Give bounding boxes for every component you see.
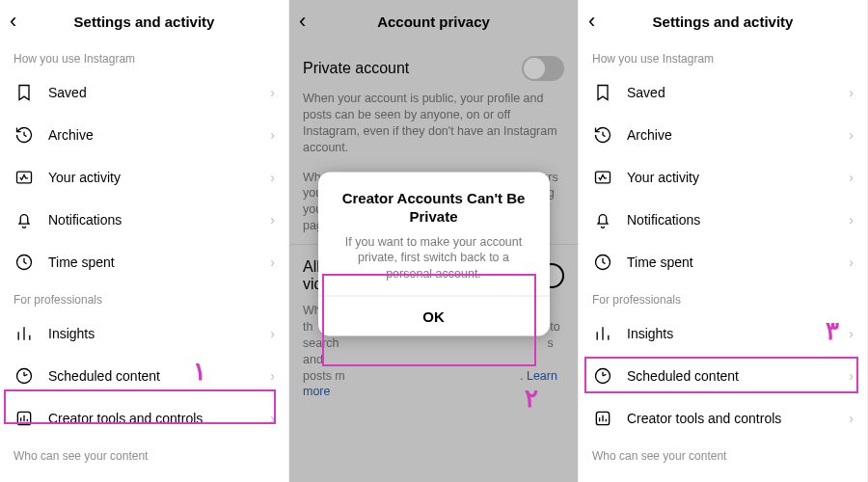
back-icon[interactable]: ‹: [588, 9, 595, 34]
row-label: Scheduled content: [627, 368, 849, 384]
page-title: Settings and activity: [653, 13, 794, 30]
phone-middle: ‹ Account privacy Private account When y…: [289, 0, 579, 482]
row-archive[interactable]: Archive ›: [0, 114, 288, 156]
header: ‹ Settings and activity: [0, 0, 288, 42]
activity-icon: [592, 167, 613, 188]
chevron-right-icon: ›: [849, 254, 854, 270]
bell-icon: [592, 209, 613, 230]
row-creator-tools[interactable]: Creator tools and controls ›: [0, 397, 288, 440]
bookmark-icon: [592, 82, 613, 103]
svg-rect-8: [596, 172, 610, 183]
chevron-right-icon: ›: [270, 326, 275, 341]
row-insights[interactable]: Insights ›: [0, 312, 288, 355]
page-title: Settings and activity: [74, 13, 215, 30]
chevron-right-icon: ›: [270, 127, 275, 143]
back-icon[interactable]: ‹: [10, 9, 16, 34]
section-label: Who can see your content: [0, 440, 288, 469]
row-label: Insights: [627, 326, 849, 341]
section-label: How you use Instagram: [579, 42, 867, 71]
row-label: Scheduled content: [48, 368, 270, 384]
chevron-right-icon: ›: [270, 170, 275, 185]
row-label: Saved: [627, 85, 849, 100]
chevron-right-icon: ›: [849, 326, 854, 341]
row-timespent[interactable]: Time spent ›: [579, 241, 867, 283]
chevron-right-icon: ›: [849, 411, 854, 426]
row-saved[interactable]: Saved ›: [579, 71, 867, 114]
chevron-right-icon: ›: [270, 85, 275, 100]
creator-icon: [14, 408, 35, 429]
creator-icon: [592, 408, 613, 429]
section-label: For professionals: [0, 283, 288, 312]
chevron-right-icon: ›: [270, 368, 275, 384]
row-saved[interactable]: Saved ›: [0, 71, 288, 114]
scheduled-icon: [14, 365, 35, 387]
bell-icon: [14, 209, 35, 230]
chevron-right-icon: ›: [849, 368, 854, 384]
insights-icon: [592, 323, 613, 344]
row-label: Your activity: [627, 170, 849, 185]
section-label: Who can see your content: [579, 440, 867, 469]
settings-scroll[interactable]: How you use Instagram Saved › Archive › …: [0, 42, 288, 482]
activity-icon: [14, 167, 35, 188]
modal-content: Creator Accounts Can't Be Private If you…: [318, 173, 550, 296]
chevron-right-icon: ›: [270, 254, 275, 270]
chevron-right-icon: ›: [849, 127, 854, 143]
row-account-privacy[interactable]: Account privacy Public ›: [579, 469, 867, 482]
creator-private-modal: Creator Accounts Can't Be Private If you…: [318, 173, 550, 336]
phone-left: ‹ Settings and activity How you use Inst…: [0, 0, 289, 482]
row-notifications[interactable]: Notifications ›: [0, 199, 288, 241]
chevron-right-icon: ›: [849, 85, 854, 100]
insights-icon: [14, 323, 35, 344]
history-icon: [14, 124, 35, 146]
row-scheduled[interactable]: Scheduled content ›: [579, 355, 867, 397]
section-label: For professionals: [579, 283, 867, 312]
row-label: Your activity: [48, 170, 270, 185]
clock-icon: [14, 252, 35, 273]
modal-title: Creator Accounts Can't Be Private: [334, 190, 534, 227]
header: ‹ Settings and activity: [579, 0, 867, 42]
row-label: Saved: [48, 85, 270, 100]
row-activity[interactable]: Your activity ›: [0, 156, 288, 199]
row-creator-tools[interactable]: Creator tools and controls ›: [579, 397, 867, 440]
row-timespent[interactable]: Time spent ›: [0, 241, 288, 283]
chevron-right-icon: ›: [270, 212, 275, 228]
clock-icon: [592, 252, 613, 273]
chevron-right-icon: ›: [849, 170, 854, 185]
section-label: How you use Instagram: [0, 42, 288, 71]
row-label: Notifications: [48, 212, 270, 228]
row-label: Creator tools and controls: [48, 411, 270, 426]
row-label: Creator tools and controls: [627, 411, 849, 426]
bookmark-icon: [14, 82, 35, 103]
phone-right: ‹ Settings and activity How you use Inst…: [579, 0, 868, 482]
row-label: Archive: [627, 127, 849, 143]
row-label: Time spent: [627, 254, 849, 270]
row-label: Archive: [48, 127, 270, 143]
svg-rect-0: [17, 172, 32, 183]
row-activity[interactable]: Your activity ›: [579, 156, 867, 199]
row-label: Time spent: [48, 254, 270, 270]
modal-ok-button[interactable]: OK: [318, 296, 550, 336]
scheduled-icon: [592, 365, 613, 387]
row-account-privacy[interactable]: Account privacy Public ›: [0, 469, 288, 482]
chevron-right-icon: ›: [270, 411, 275, 426]
chevron-right-icon: ›: [849, 212, 854, 228]
row-scheduled[interactable]: Scheduled content ›: [0, 355, 288, 397]
row-label: Insights: [48, 326, 270, 341]
row-insights[interactable]: Insights ›: [579, 312, 867, 355]
history-icon: [592, 124, 613, 146]
row-label: Notifications: [627, 212, 849, 228]
settings-scroll[interactable]: How you use Instagram Saved › Archive › …: [579, 42, 867, 482]
row-notifications[interactable]: Notifications ›: [579, 199, 867, 241]
row-archive[interactable]: Archive ›: [579, 114, 867, 156]
modal-body: If you want to make your account private…: [334, 233, 534, 282]
